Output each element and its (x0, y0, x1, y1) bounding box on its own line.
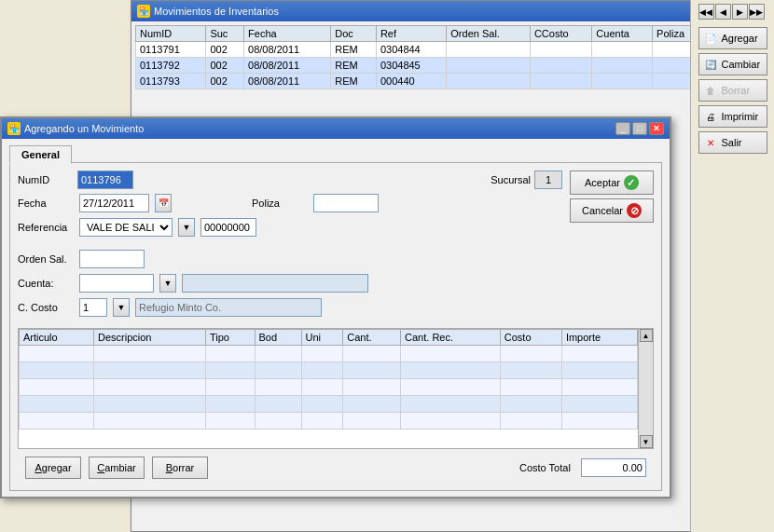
nav-prev-btn[interactable]: ◀ (715, 4, 731, 20)
tab-general[interactable]: General (9, 145, 72, 164)
borrar-bottom-btn[interactable]: Borrar (152, 457, 208, 479)
imprimir-label: Imprimir (722, 111, 759, 122)
agregar-sidebar-btn[interactable]: 📄 Agregar (698, 27, 767, 49)
tab-strip: General (9, 144, 662, 163)
col-ccosto[interactable]: CCosto (530, 26, 591, 42)
table-row[interactable] (20, 396, 638, 413)
aceptar-icon: ✓ (624, 175, 639, 190)
cuenta-dropdown-btn[interactable]: ▼ (159, 274, 176, 293)
dt-col-cantrec: Cant. Rec. (401, 330, 501, 346)
bg-table: NumID Suc Fecha Doc Ref Orden Sal. CCost… (135, 25, 769, 89)
col-ordensal[interactable]: Orden Sal. (447, 26, 531, 42)
cancelar-btn[interactable]: Cancelar ⊘ (570, 198, 654, 223)
dt-col-costo: Costo (500, 330, 561, 346)
calendar-btn[interactable]: 📅 (155, 194, 172, 212)
modal-icon: 🏪 (7, 122, 21, 135)
borrar-icon: 🗑 (703, 83, 718, 98)
sucursal-label: Sucursal (491, 174, 531, 185)
nav-first-btn[interactable]: ◀◀ (698, 4, 714, 20)
aceptar-btn[interactable]: Aceptar ✓ (570, 171, 654, 195)
borrar-label: Borrar (722, 85, 751, 96)
ccosto-input[interactable] (79, 298, 107, 317)
dt-col-desc: Descripcion (94, 330, 206, 346)
cuenta-input[interactable] (79, 274, 154, 293)
salir-sidebar-btn[interactable]: ✕ Salir (698, 131, 767, 154)
aceptar-label: Aceptar (585, 177, 620, 188)
col-suc[interactable]: Suc (206, 26, 244, 42)
ordensal-label: Orden Sal. (18, 253, 74, 265)
cambiar-icon: 🔄 (703, 57, 718, 72)
poliza-label: Poliza (252, 198, 308, 209)
scroll-down-btn[interactable]: ▼ (640, 435, 653, 448)
dt-col-uni: Uni (301, 330, 343, 346)
bg-window-title: Movimientos de Inventarios (154, 6, 279, 17)
table-row[interactable] (20, 379, 638, 396)
cuenta-label: Cuenta: (18, 278, 74, 289)
modal-body: General NumID Sucursal (2, 139, 670, 497)
referencia-dropdown-btn[interactable]: ▼ (178, 218, 195, 237)
ccosto-dropdown-btn[interactable]: ▼ (113, 298, 130, 317)
modal-titlebar: 🏪 Agregando un Movimiento _ □ ✕ (2, 118, 670, 139)
poliza-input[interactable] (313, 194, 379, 212)
ccosto-desc-input (135, 298, 322, 317)
cancelar-label: Cancelar (582, 205, 623, 216)
ordensal-input[interactable] (79, 250, 145, 268)
scroll-up-btn[interactable]: ▲ (640, 329, 653, 342)
borrar-sidebar-btn[interactable]: 🗑 Borrar (698, 79, 767, 102)
col-doc[interactable]: Doc (331, 26, 377, 42)
agregar-btn-label: gregar (42, 462, 72, 473)
modal-title: Agregando un Movimiento (24, 123, 144, 134)
bg-window-icon: 🏪 (137, 5, 150, 18)
col-fecha[interactable]: Fecha (244, 26, 331, 42)
cambiar-sidebar-btn[interactable]: 🔄 Cambiar (698, 53, 767, 75)
referencia-label: Referencia (18, 222, 74, 233)
bg-table-area: NumID Suc Fecha Doc Ref Orden Sal. CCost… (131, 21, 773, 93)
table-row[interactable]: 011379300208/08/2011REM000440AMD (136, 74, 769, 89)
referencia-select[interactable]: VALE DE SALIDA (79, 218, 173, 237)
modal-dialog: 🏪 Agregando un Movimiento _ □ ✕ General (0, 116, 671, 498)
cambiar-label: Cambiar (722, 59, 761, 70)
numid-input[interactable] (77, 171, 133, 189)
sucursal-input[interactable] (534, 171, 562, 189)
fecha-input[interactable] (79, 194, 149, 212)
agregar-label: Agregar (722, 33, 758, 44)
bottom-bar: Agregar Cambiar Borrar Costo Total (18, 453, 654, 483)
table-row[interactable] (20, 362, 638, 379)
col-numid[interactable]: NumID (136, 26, 206, 42)
cuenta-desc-input (182, 274, 368, 293)
dt-col-articulo: Articulo (20, 330, 94, 346)
bg-window-titlebar: 🏪 Movimientos de Inventarios _ □ ✕ (131, 1, 773, 21)
fecha-label: Fecha (18, 198, 74, 209)
salir-icon: ✕ (703, 135, 718, 150)
tab-content: NumID Sucursal Fecha 📅 Poliza (9, 162, 662, 491)
data-table: Articulo Descripcion Tipo Bod Uni Cant. … (19, 329, 638, 430)
modal-controls[interactable]: _ □ ✕ (615, 122, 664, 135)
dt-col-bod: Bod (255, 330, 301, 346)
table-row[interactable] (20, 346, 638, 362)
agregar-bottom-btn[interactable]: Agregar (25, 457, 81, 479)
cancelar-icon: ⊘ (627, 203, 642, 218)
col-cuenta[interactable]: Cuenta (592, 26, 653, 42)
agregar-icon: 📄 (703, 31, 718, 46)
table-row[interactable]: 011379200208/08/2011REM0304845AMD (136, 58, 769, 74)
dt-col-tipo: Tipo (206, 330, 256, 346)
form-area: NumID Sucursal Fecha 📅 Poliza (18, 171, 562, 322)
imprimir-icon: 🖨 (703, 109, 718, 124)
numid-label: NumID (18, 174, 74, 185)
imprimir-sidebar-btn[interactable]: 🖨 Imprimir (698, 105, 767, 128)
data-table-container: Articulo Descripcion Tipo Bod Uni Cant. … (18, 328, 654, 449)
nav-last-btn[interactable]: ▶▶ (749, 4, 765, 20)
nav-next-btn[interactable]: ▶ (732, 4, 748, 20)
table-row[interactable]: 011379100208/08/2011REM0304844AMD (136, 42, 769, 58)
table-row[interactable] (20, 413, 638, 430)
tab-general-label: General (21, 149, 60, 160)
ref-code-input[interactable] (200, 218, 256, 237)
col-ref[interactable]: Ref (376, 26, 446, 42)
cost-total-area: Costo Total (519, 458, 646, 477)
cambiar-btn-label: ambiar (104, 462, 136, 473)
table-scrollbar[interactable]: ▲ ▼ (638, 329, 653, 448)
modal-max-btn[interactable]: □ (632, 122, 647, 135)
modal-min-btn[interactable]: _ (615, 122, 630, 135)
modal-close-btn[interactable]: ✕ (649, 122, 664, 135)
cambiar-bottom-btn[interactable]: Cambiar (89, 457, 145, 479)
